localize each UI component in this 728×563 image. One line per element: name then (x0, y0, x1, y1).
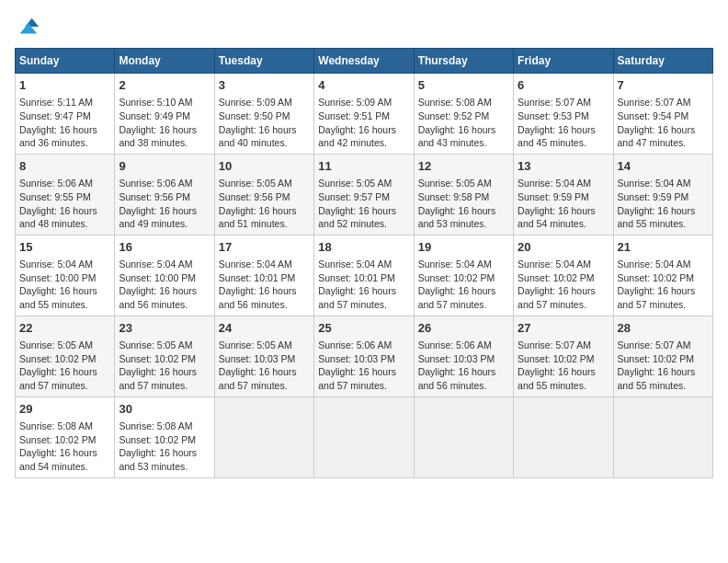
day-info: Daylight: 16 hours and 56 minutes. (119, 284, 210, 311)
day-info: Sunset: 9:59 PM (518, 190, 609, 204)
day-info: Sunrise: 5:06 AM (119, 177, 210, 190)
day-info: Sunrise: 5:05 AM (418, 177, 509, 190)
day-info: Sunset: 10:01 PM (318, 271, 409, 285)
day-info: Daylight: 16 hours and 36 minutes. (19, 123, 110, 150)
day-info: Daylight: 16 hours and 55 minutes. (618, 204, 709, 231)
logo-icon (15, 15, 40, 40)
day-number: 21 (618, 239, 709, 256)
calendar-cell: 10Sunrise: 5:05 AMSunset: 9:56 PMDayligh… (214, 154, 313, 235)
day-number: 17 (219, 239, 310, 256)
calendar-cell: 21Sunrise: 5:04 AMSunset: 10:02 PMDaylig… (613, 235, 712, 316)
day-info: Daylight: 16 hours and 38 minutes. (119, 123, 210, 150)
calendar-cell: 28Sunrise: 5:07 AMSunset: 10:02 PMDaylig… (613, 316, 712, 396)
day-info: Sunrise: 5:04 AM (418, 258, 509, 271)
empty-cell (613, 396, 712, 477)
day-info: Daylight: 16 hours and 57 minutes. (19, 365, 110, 392)
day-info: Sunset: 10:03 PM (219, 352, 310, 366)
day-number: 26 (418, 320, 509, 337)
day-info: Sunset: 9:55 PM (19, 190, 110, 204)
day-number: 8 (19, 158, 110, 175)
logo (15, 15, 44, 40)
day-number: 2 (119, 77, 210, 94)
day-info: Sunrise: 5:04 AM (518, 177, 609, 190)
day-info: Daylight: 16 hours and 53 minutes. (119, 446, 210, 473)
day-info: Sunset: 9:51 PM (318, 109, 409, 123)
day-info: Sunset: 10:02 PM (418, 271, 509, 285)
day-info: Daylight: 16 hours and 55 minutes. (518, 365, 609, 392)
empty-cell (514, 396, 613, 477)
day-info: Sunrise: 5:05 AM (318, 177, 409, 190)
day-number: 15 (19, 239, 110, 256)
day-info: Sunrise: 5:09 AM (318, 96, 409, 109)
day-number: 14 (618, 158, 709, 175)
calendar-cell: 4Sunrise: 5:09 AMSunset: 9:51 PMDaylight… (314, 74, 414, 155)
calendar-cell: 30Sunrise: 5:08 AMSunset: 10:02 PMDaylig… (115, 396, 214, 477)
day-info: Daylight: 16 hours and 56 minutes. (219, 284, 310, 311)
day-info: Daylight: 16 hours and 57 minutes. (518, 284, 609, 311)
calendar-cell: 24Sunrise: 5:05 AMSunset: 10:03 PMDaylig… (214, 316, 313, 396)
calendar-cell: 7Sunrise: 5:07 AMSunset: 9:54 PMDaylight… (613, 74, 712, 155)
header (15, 15, 713, 40)
day-number: 20 (518, 239, 609, 256)
day-info: Sunrise: 5:04 AM (618, 258, 709, 271)
calendar-cell: 29Sunrise: 5:08 AMSunset: 10:02 PMDaylig… (16, 396, 115, 477)
day-info: Sunrise: 5:06 AM (418, 339, 509, 352)
day-info: Sunset: 10:03 PM (318, 352, 409, 366)
calendar-cell: 26Sunrise: 5:06 AMSunset: 10:03 PMDaylig… (414, 316, 513, 396)
calendar-table: SundayMondayTuesdayWednesdayThursdayFrid… (15, 48, 713, 478)
day-info: Sunset: 10:00 PM (19, 271, 110, 285)
day-info: Sunset: 9:47 PM (19, 109, 110, 123)
day-info: Sunrise: 5:04 AM (518, 258, 609, 271)
day-info: Daylight: 16 hours and 55 minutes. (618, 365, 709, 392)
day-info: Sunrise: 5:10 AM (119, 96, 210, 109)
day-number: 1 (19, 77, 110, 94)
calendar-cell: 1Sunrise: 5:11 AMSunset: 9:47 PMDaylight… (16, 74, 115, 155)
day-info: Sunrise: 5:05 AM (119, 339, 210, 352)
day-info: Sunrise: 5:06 AM (19, 177, 110, 190)
day-info: Sunrise: 5:05 AM (19, 339, 110, 352)
col-header-monday: Monday (115, 49, 214, 74)
day-number: 19 (418, 239, 509, 256)
day-info: Sunrise: 5:08 AM (418, 96, 509, 109)
calendar-cell: 22Sunrise: 5:05 AMSunset: 10:02 PMDaylig… (16, 316, 115, 396)
day-info: Daylight: 16 hours and 51 minutes. (219, 204, 310, 231)
day-info: Sunset: 10:00 PM (119, 271, 210, 285)
day-info: Sunrise: 5:09 AM (219, 96, 310, 109)
day-info: Sunset: 10:02 PM (618, 271, 709, 285)
day-info: Sunset: 9:49 PM (119, 109, 210, 123)
day-info: Daylight: 16 hours and 57 minutes. (618, 284, 709, 311)
calendar-cell: 6Sunrise: 5:07 AMSunset: 9:53 PMDaylight… (514, 74, 613, 155)
day-info: Sunrise: 5:04 AM (618, 177, 709, 190)
day-info: Daylight: 16 hours and 52 minutes. (318, 204, 409, 231)
day-info: Sunset: 10:02 PM (19, 433, 110, 447)
empty-cell (214, 396, 313, 477)
calendar-cell: 15Sunrise: 5:04 AMSunset: 10:00 PMDaylig… (16, 235, 115, 316)
day-number: 29 (19, 401, 110, 418)
col-header-wednesday: Wednesday (314, 49, 414, 74)
day-info: Sunrise: 5:04 AM (318, 258, 409, 271)
day-number: 6 (518, 77, 609, 94)
day-info: Daylight: 16 hours and 49 minutes. (119, 204, 210, 231)
day-info: Daylight: 16 hours and 48 minutes. (19, 204, 110, 231)
day-number: 30 (119, 401, 210, 418)
day-number: 7 (618, 77, 709, 94)
day-info: Sunset: 9:59 PM (618, 190, 709, 204)
day-info: Daylight: 16 hours and 55 minutes. (19, 284, 110, 311)
day-info: Sunset: 10:02 PM (119, 352, 210, 366)
day-number: 23 (119, 320, 210, 337)
day-info: Sunrise: 5:08 AM (19, 419, 110, 433)
day-info: Sunrise: 5:11 AM (19, 96, 110, 109)
day-number: 9 (119, 158, 210, 175)
day-info: Sunset: 10:02 PM (119, 433, 210, 447)
day-info: Daylight: 16 hours and 43 minutes. (418, 123, 509, 150)
day-number: 4 (318, 77, 409, 94)
col-header-tuesday: Tuesday (214, 49, 313, 74)
day-number: 12 (418, 158, 509, 175)
day-info: Sunrise: 5:05 AM (219, 339, 310, 352)
day-info: Daylight: 16 hours and 57 minutes. (318, 365, 409, 392)
day-number: 18 (318, 239, 409, 256)
week-row: 1Sunrise: 5:11 AMSunset: 9:47 PMDaylight… (16, 74, 713, 155)
day-info: Daylight: 16 hours and 57 minutes. (119, 365, 210, 392)
col-header-saturday: Saturday (613, 49, 712, 74)
calendar-cell: 25Sunrise: 5:06 AMSunset: 10:03 PMDaylig… (314, 316, 414, 396)
